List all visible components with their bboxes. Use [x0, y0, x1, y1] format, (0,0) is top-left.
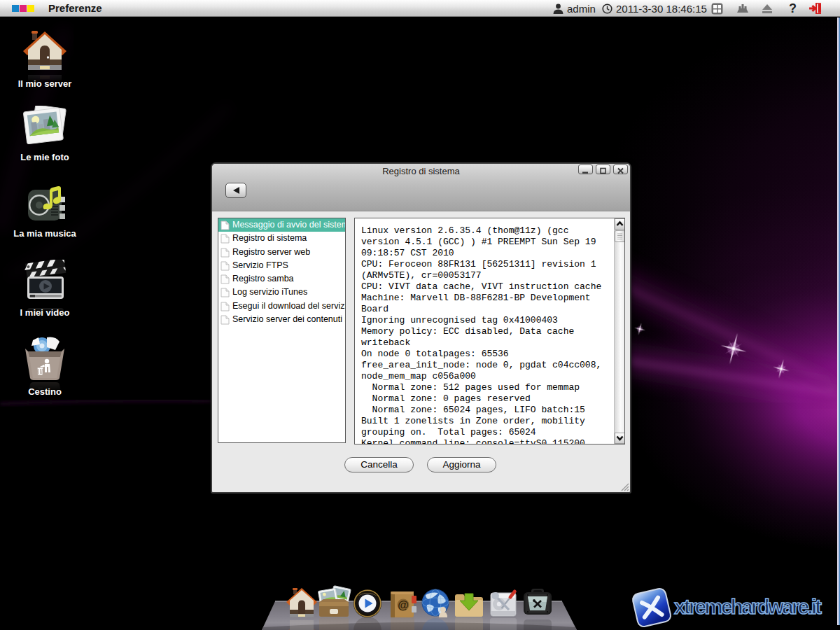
svg-text:@: @ — [398, 599, 409, 611]
svg-text:xtremehardware.it: xtremehardware.it — [674, 595, 822, 618]
